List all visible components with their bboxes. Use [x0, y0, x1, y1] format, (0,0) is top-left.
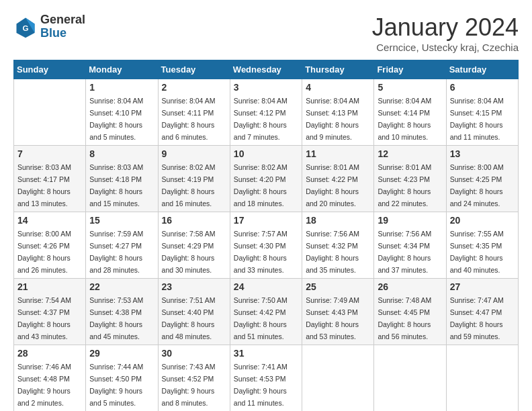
day-number: 1 [89, 82, 154, 93]
weekday-header-wednesday: Wednesday [230, 60, 302, 79]
day-number: 6 [450, 82, 515, 93]
cell-info: Sunrise: 8:01 AMSunset: 4:22 PMDaylight:… [306, 163, 359, 208]
calendar-cell [446, 345, 518, 412]
calendar-cell: 1 Sunrise: 8:04 AMSunset: 4:10 PMDayligh… [86, 79, 158, 146]
calendar-cell [302, 345, 374, 412]
cell-info: Sunrise: 8:04 AMSunset: 4:13 PMDaylight:… [306, 97, 359, 141]
day-number: 19 [378, 215, 442, 226]
cell-info: Sunrise: 7:59 AMSunset: 4:27 PMDaylight:… [89, 230, 143, 274]
calendar-cell: 7 Sunrise: 8:03 AMSunset: 4:17 PMDayligh… [14, 146, 86, 212]
location-subtitle: Cerncice, Ustecky kraj, Czechia [372, 42, 519, 53]
weekday-header-row: SundayMondayTuesdayWednesdayThursdayFrid… [14, 60, 519, 79]
day-number: 31 [234, 348, 298, 359]
calendar-cell: 3 Sunrise: 8:04 AMSunset: 4:12 PMDayligh… [230, 79, 302, 146]
calendar-cell: 2 Sunrise: 8:04 AMSunset: 4:11 PMDayligh… [158, 79, 230, 146]
day-number: 24 [234, 281, 298, 292]
calendar-cell: 9 Sunrise: 8:02 AMSunset: 4:19 PMDayligh… [158, 146, 230, 212]
day-number: 5 [378, 82, 442, 93]
calendar-week-5: 28 Sunrise: 7:46 AMSunset: 4:48 PMDaylig… [14, 345, 519, 412]
weekday-header-monday: Monday [86, 60, 158, 79]
cell-info: Sunrise: 7:53 AMSunset: 4:38 PMDaylight:… [89, 296, 143, 340]
calendar-cell: 14 Sunrise: 8:00 AMSunset: 4:26 PMDaylig… [14, 212, 86, 279]
cell-info: Sunrise: 8:03 AMSunset: 4:17 PMDaylight:… [17, 163, 71, 208]
calendar-cell: 20 Sunrise: 7:55 AMSunset: 4:35 PMDaylig… [446, 212, 518, 279]
calendar-cell: 26 Sunrise: 7:48 AMSunset: 4:45 PMDaylig… [374, 279, 446, 345]
logo-text-blue: Blue [40, 26, 66, 40]
calendar-cell [14, 79, 86, 146]
day-number: 26 [378, 281, 442, 292]
day-number: 13 [450, 148, 515, 159]
calendar-cell: 13 Sunrise: 8:00 AMSunset: 4:25 PMDaylig… [446, 146, 518, 212]
cell-info: Sunrise: 7:48 AMSunset: 4:45 PMDaylight:… [378, 296, 431, 340]
weekday-header-tuesday: Tuesday [158, 60, 230, 79]
cell-info: Sunrise: 7:49 AMSunset: 4:43 PMDaylight:… [306, 296, 359, 340]
calendar-table: SundayMondayTuesdayWednesdayThursdayFrid… [13, 60, 519, 411]
day-number: 15 [89, 215, 154, 226]
calendar-cell: 31 Sunrise: 7:41 AMSunset: 4:53 PMDaylig… [230, 345, 302, 412]
calendar-cell: 18 Sunrise: 7:56 AMSunset: 4:32 PMDaylig… [302, 212, 374, 279]
calendar-week-1: 1 Sunrise: 8:04 AMSunset: 4:10 PMDayligh… [14, 79, 519, 146]
day-number: 21 [17, 281, 82, 292]
cell-info: Sunrise: 8:02 AMSunset: 4:19 PMDaylight:… [162, 163, 216, 208]
day-number: 14 [17, 215, 82, 226]
cell-info: Sunrise: 7:56 AMSunset: 4:34 PMDaylight:… [378, 230, 431, 274]
cell-info: Sunrise: 7:47 AMSunset: 4:47 PMDaylight:… [450, 296, 504, 340]
cell-info: Sunrise: 8:04 AMSunset: 4:15 PMDaylight:… [450, 97, 504, 141]
calendar-cell: 28 Sunrise: 7:46 AMSunset: 4:48 PMDaylig… [14, 345, 86, 412]
cell-info: Sunrise: 7:58 AMSunset: 4:29 PMDaylight:… [162, 230, 216, 274]
day-number: 11 [306, 148, 370, 159]
title-block: January 2024 Cerncice, Ustecky kraj, Cze… [372, 13, 519, 53]
calendar-cell: 27 Sunrise: 7:47 AMSunset: 4:47 PMDaylig… [446, 279, 518, 345]
calendar-cell: 5 Sunrise: 8:04 AMSunset: 4:14 PMDayligh… [374, 79, 446, 146]
cell-info: Sunrise: 7:41 AMSunset: 4:53 PMDaylight:… [234, 363, 287, 407]
cell-info: Sunrise: 8:03 AMSunset: 4:18 PMDaylight:… [89, 163, 143, 208]
calendar-cell: 10 Sunrise: 8:02 AMSunset: 4:20 PMDaylig… [230, 146, 302, 212]
weekday-header-saturday: Saturday [446, 60, 518, 79]
calendar-cell: 24 Sunrise: 7:50 AMSunset: 4:42 PMDaylig… [230, 279, 302, 345]
day-number: 10 [234, 148, 298, 159]
day-number: 4 [306, 82, 370, 93]
calendar-cell: 16 Sunrise: 7:58 AMSunset: 4:29 PMDaylig… [158, 212, 230, 279]
cell-info: Sunrise: 7:56 AMSunset: 4:32 PMDaylight:… [306, 230, 359, 274]
calendar-cell: 11 Sunrise: 8:01 AMSunset: 4:22 PMDaylig… [302, 146, 374, 212]
weekday-header-thursday: Thursday [302, 60, 374, 79]
cell-info: Sunrise: 7:43 AMSunset: 4:52 PMDaylight:… [162, 363, 216, 407]
calendar-cell: 25 Sunrise: 7:49 AMSunset: 4:43 PMDaylig… [302, 279, 374, 345]
day-number: 18 [306, 215, 370, 226]
svg-text:G: G [22, 24, 28, 32]
day-number: 16 [162, 215, 226, 226]
cell-info: Sunrise: 7:46 AMSunset: 4:48 PMDaylight:… [17, 363, 71, 407]
calendar-cell: 8 Sunrise: 8:03 AMSunset: 4:18 PMDayligh… [86, 146, 158, 212]
page-header: G General Blue January 2024 Cerncice, Us… [13, 13, 519, 53]
cell-info: Sunrise: 7:50 AMSunset: 4:42 PMDaylight:… [234, 296, 287, 340]
calendar-cell: 19 Sunrise: 7:56 AMSunset: 4:34 PMDaylig… [374, 212, 446, 279]
calendar-cell: 30 Sunrise: 7:43 AMSunset: 4:52 PMDaylig… [158, 345, 230, 412]
logo-text-general: General [40, 13, 85, 26]
calendar-cell: 12 Sunrise: 8:01 AMSunset: 4:23 PMDaylig… [374, 146, 446, 212]
calendar-cell: 4 Sunrise: 8:04 AMSunset: 4:13 PMDayligh… [302, 79, 374, 146]
calendar-cell: 29 Sunrise: 7:44 AMSunset: 4:50 PMDaylig… [86, 345, 158, 412]
day-number: 3 [234, 82, 298, 93]
logo: G General Blue [13, 13, 85, 40]
day-number: 12 [378, 148, 442, 159]
day-number: 17 [234, 215, 298, 226]
cell-info: Sunrise: 7:55 AMSunset: 4:35 PMDaylight:… [450, 230, 504, 274]
calendar-cell: 23 Sunrise: 7:51 AMSunset: 4:40 PMDaylig… [158, 279, 230, 345]
logo-icon: G [13, 15, 38, 39]
month-title: January 2024 [372, 13, 519, 42]
calendar-cell: 21 Sunrise: 7:54 AMSunset: 4:37 PMDaylig… [14, 279, 86, 345]
day-number: 20 [450, 215, 515, 226]
calendar-week-4: 21 Sunrise: 7:54 AMSunset: 4:37 PMDaylig… [14, 279, 519, 345]
calendar-week-3: 14 Sunrise: 8:00 AMSunset: 4:26 PMDaylig… [14, 212, 519, 279]
day-number: 8 [89, 148, 154, 159]
calendar-cell: 17 Sunrise: 7:57 AMSunset: 4:30 PMDaylig… [230, 212, 302, 279]
cell-info: Sunrise: 7:54 AMSunset: 4:37 PMDaylight:… [17, 296, 71, 340]
day-number: 7 [17, 148, 82, 159]
cell-info: Sunrise: 8:04 AMSunset: 4:10 PMDaylight:… [89, 97, 143, 141]
day-number: 28 [17, 348, 82, 359]
cell-info: Sunrise: 8:00 AMSunset: 4:25 PMDaylight:… [450, 163, 504, 208]
cell-info: Sunrise: 8:01 AMSunset: 4:23 PMDaylight:… [378, 163, 431, 208]
day-number: 9 [162, 148, 226, 159]
calendar-week-2: 7 Sunrise: 8:03 AMSunset: 4:17 PMDayligh… [14, 146, 519, 212]
day-number: 30 [162, 348, 226, 359]
